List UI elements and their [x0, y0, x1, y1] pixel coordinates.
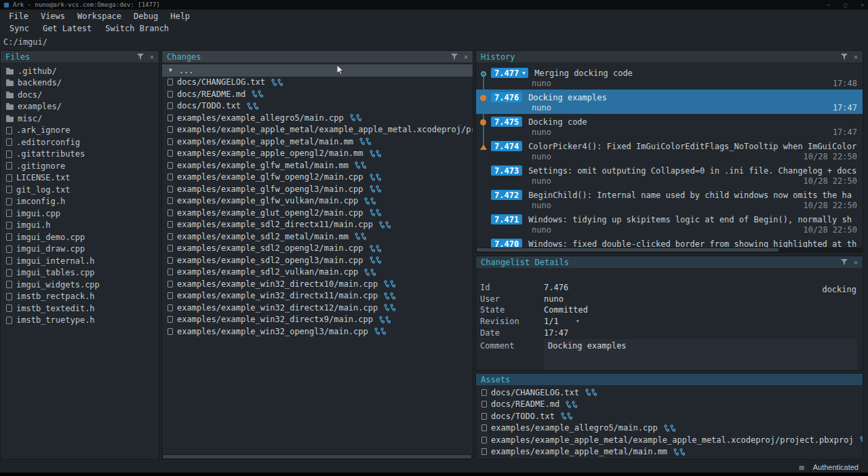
commit-row[interactable]: 7.470 ▼ Windows: fixed double-clicked bo…: [476, 236, 863, 247]
revision-badge[interactable]: 7.470 ▼: [491, 239, 522, 247]
revision-badge[interactable]: 7.474 ▼: [491, 141, 522, 151]
revision-badge[interactable]: 7.471 ▼: [491, 214, 522, 224]
file-tree-item[interactable]: .editorconfig: [1, 136, 159, 148]
changed-file-row[interactable]: examples/example_win32_directx9/main.cpp: [162, 314, 473, 326]
branch-status-icon: [664, 424, 675, 432]
asset-file-row[interactable]: docs/CHANGELOG.txt: [476, 386, 863, 399]
revision-badge[interactable]: 7.476 ▼: [491, 92, 522, 102]
branch-status-icon: [355, 161, 366, 169]
file-tree-item[interactable]: imstb_truetype.h: [1, 315, 159, 327]
changed-file-row[interactable]: examples/example_win32_directx10/main.cp…: [162, 278, 473, 290]
chevron-down-icon[interactable]: ▼: [576, 319, 579, 324]
commit-row[interactable]: 7.471 ▼ Windows: tidying up skipitems lo…: [476, 212, 863, 236]
changed-file-row[interactable]: examples/example_sdl2_opengl3/main.cpp: [162, 254, 473, 266]
file-tree-item[interactable]: imstb_textedit.h: [1, 302, 159, 315]
file-tree-item[interactable]: imconfig.h: [1, 196, 159, 208]
envelope-icon[interactable]: ✉: [799, 462, 804, 472]
filter-icon[interactable]: [451, 54, 458, 60]
file-tree-item[interactable]: imgui_draw.cpp: [1, 243, 159, 256]
commit-row[interactable]: 7.476 ▼ Docking examples nuno 17:47: [476, 90, 863, 114]
close-icon[interactable]: ✕: [854, 54, 858, 60]
changed-file-row[interactable]: examples/example_sdl2_metal/main.mm: [162, 231, 473, 243]
file-tree-item[interactable]: git_log.txt: [1, 184, 159, 196]
file-tree-item[interactable]: examples/: [1, 101, 159, 113]
changed-file-row[interactable]: examples/example_apple_metal/main.mm: [162, 136, 473, 148]
asset-file-row[interactable]: docs/README.md: [476, 399, 863, 411]
changed-file-row[interactable]: examples/example_allegro5/main.cpp: [162, 112, 473, 124]
changed-file-row[interactable]: docs/CHANGELOG.txt: [162, 77, 473, 89]
comment-field[interactable]: Docking examples: [544, 339, 857, 370]
changed-file-row[interactable]: examples/example_apple_opengl2/main.mm: [162, 148, 473, 160]
commit-row[interactable]: 7.477 ▼ Merging docking code nuno 17:48: [476, 65, 863, 90]
changed-file-row[interactable]: examples/example_glfw_metal/main.mm: [162, 159, 473, 172]
changed-file-row[interactable]: examples/example_win32_directx12/main.cp…: [162, 302, 473, 314]
commit-row[interactable]: 7.475 ▼ Docking code nuno 17:47: [476, 114, 863, 138]
revision-badge[interactable]: 7.477 ▼: [491, 68, 528, 78]
file-tree-item[interactable]: imgui_demo.cpp: [1, 231, 159, 243]
close-icon[interactable]: ✕: [861, 2, 864, 8]
menu-item[interactable]: Views: [35, 12, 71, 21]
changed-file-row[interactable]: examples/example_sdl2_vulkan/main.cpp: [162, 266, 473, 279]
details-fields: Id 7.476 ▼ User nuno ▼ State Committed ▼: [476, 282, 863, 338]
assets-panel-header[interactable]: Assets: [476, 374, 863, 385]
scrollbar-thumb[interactable]: [163, 455, 471, 458]
revision-badge[interactable]: 7.472 ▼: [491, 190, 522, 200]
changed-file-row[interactable]: docs/TODO.txt: [162, 100, 473, 113]
asset-file-row[interactable]: examples/example_apple_metal/main.mm: [476, 446, 863, 458]
maximize-icon[interactable]: □: [844, 2, 847, 8]
asset-file-row[interactable]: examples/example_allegro5/main.cpp: [476, 422, 863, 435]
chevron-down-icon[interactable]: ▼: [522, 71, 525, 76]
file-tree-item[interactable]: imgui_internal.h: [1, 255, 159, 267]
menu-item[interactable]: Help: [164, 12, 196, 21]
changed-file-row[interactable]: examples/example_glut_opengl2/main.cpp: [162, 207, 473, 219]
filter-icon[interactable]: [137, 54, 144, 60]
file-tree-item[interactable]: imgui.cpp: [1, 207, 159, 220]
commit-row[interactable]: 7.474 ▼ ColorPicker4(): Fixed ImGuiColor…: [476, 138, 863, 163]
changed-file-row[interactable]: examples/example_glfw_vulkan/main.cpp: [162, 195, 473, 207]
changed-file-row[interactable]: examples/example_sdl2_directx11/main.cpp: [162, 219, 473, 231]
file-tree-item[interactable]: .github/: [1, 65, 159, 77]
commit-row[interactable]: 7.472 ▼ BeginChild(): Internal name used…: [476, 187, 863, 212]
horizontal-scrollbar[interactable]: [476, 247, 863, 252]
revision-badge[interactable]: 7.473 ▼: [491, 165, 522, 176]
asset-file-row[interactable]: examples/example_apple_opengl2/main.mm: [476, 458, 863, 459]
asset-file-row[interactable]: examples/example_apple_metal/example_app…: [476, 434, 863, 446]
chevron-down-icon[interactable]: ▼: [169, 67, 172, 73]
menu-item[interactable]: File: [3, 12, 35, 21]
file-tree-item[interactable]: imstb_rectpack.h: [1, 291, 159, 303]
close-icon[interactable]: ✕: [464, 54, 468, 60]
file-tree-item[interactable]: .gitignore: [1, 160, 159, 172]
file-tree-item[interactable]: backends/: [1, 77, 159, 90]
file-tree-item[interactable]: misc/: [1, 113, 159, 125]
revision-badge[interactable]: 7.475 ▼: [491, 117, 522, 127]
scrollbar-thumb[interactable]: [477, 248, 778, 252]
file-tree-item[interactable]: .gitattributes: [1, 148, 159, 161]
filter-icon[interactable]: [841, 259, 848, 265]
horizontal-scrollbar[interactable]: [162, 454, 473, 459]
changes-root-row[interactable]: ▼ ...: [162, 64, 473, 77]
changed-file-row[interactable]: examples/example_glfw_opengl3/main.cpp: [162, 183, 473, 195]
file-tree-item[interactable]: .ark_ignore: [1, 125, 159, 137]
file-tree-item[interactable]: imgui_tables.cpp: [1, 267, 159, 279]
file-tree-item[interactable]: imgui_widgets.cpp: [1, 279, 159, 291]
close-icon[interactable]: ✕: [854, 259, 858, 266]
menu-item[interactable]: Workspace: [71, 12, 127, 21]
changed-file-row[interactable]: examples/example_sdl2_opengl2/main.cpp: [162, 243, 473, 255]
file-tree-item[interactable]: LICENSE.txt: [1, 172, 159, 184]
toolbar-button[interactable]: Switch Branch: [98, 24, 176, 33]
toolbar-button[interactable]: Get Latest: [36, 24, 98, 33]
changed-file-row[interactable]: examples/example_glfw_opengl2/main.cpp: [162, 172, 473, 184]
changed-file-row[interactable]: examples/example_apple_metal/example_app…: [162, 124, 473, 136]
commit-row[interactable]: 7.473 ▼ Settings: omit outputing Collaps…: [476, 163, 863, 187]
file-tree-item[interactable]: imgui.h: [1, 220, 159, 232]
file-tree-item[interactable]: docs/: [1, 89, 159, 101]
close-icon[interactable]: ✕: [150, 54, 154, 60]
menu-item[interactable]: Debug: [127, 12, 164, 21]
toolbar-button[interactable]: Sync: [3, 24, 36, 33]
asset-file-row[interactable]: docs/TODO.txt: [476, 410, 863, 422]
changed-file-row[interactable]: examples/example_win32_directx11/main.cp…: [162, 290, 473, 302]
minimize-icon[interactable]: —: [827, 2, 831, 8]
filter-icon[interactable]: [841, 54, 848, 60]
changed-file-row[interactable]: docs/README.md: [162, 88, 473, 100]
changed-file-row[interactable]: examples/example_win32_opengl3/main.cpp: [162, 325, 473, 338]
